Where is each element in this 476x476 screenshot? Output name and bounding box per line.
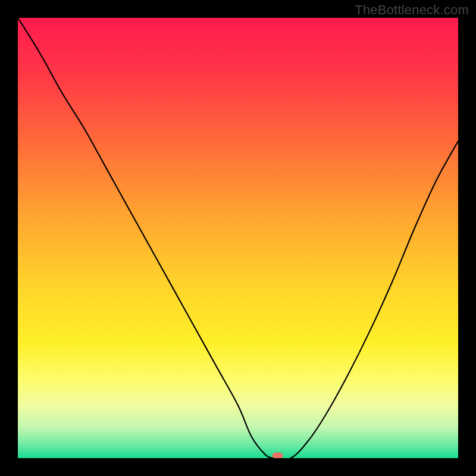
plot-area bbox=[18, 18, 458, 458]
chart-svg bbox=[18, 18, 458, 458]
chart-frame: TheBottleneck.com bbox=[0, 0, 476, 476]
watermark-label: TheBottleneck.com bbox=[355, 2, 469, 18]
chart-background bbox=[18, 18, 458, 458]
